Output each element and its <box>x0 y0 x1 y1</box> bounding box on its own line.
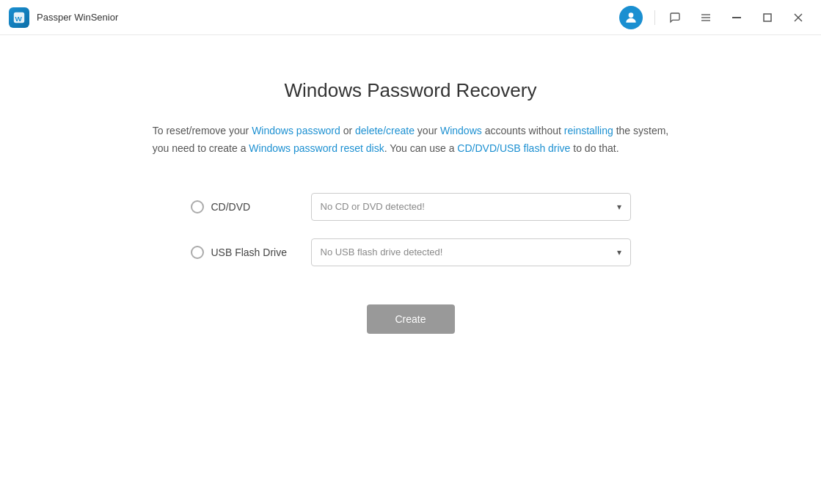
app-title: Passper WinSenior <box>37 12 118 23</box>
usb-option-row: USB Flash Drive No USB flash drive detec… <box>191 238 631 266</box>
usb-dropdown-text: No USB flash drive detected! <box>321 246 443 258</box>
title-bar-controls <box>619 6 812 29</box>
title-bar: W Passper WinSenior <box>0 0 821 35</box>
desc-mid-1: or <box>340 125 355 136</box>
usb-dropdown[interactable]: No USB flash drive detected! ▾ <box>311 238 631 266</box>
app-icon: W <box>9 7 29 28</box>
chat-button[interactable] <box>661 6 689 29</box>
cddvd-label-group: CD/DVD <box>191 200 293 213</box>
page-title: Windows Password Recovery <box>285 79 537 102</box>
desc-highlight-1: Windows password <box>252 125 340 136</box>
usb-radio[interactable] <box>191 246 204 259</box>
desc-mid-2: your <box>415 125 440 136</box>
menu-button[interactable] <box>692 6 720 29</box>
desc-highlight-5: Windows password reset disk <box>249 142 384 154</box>
main-content: Windows Password Recovery To reset/remov… <box>0 35 821 504</box>
cddvd-option-row: CD/DVD No CD or DVD detected! ▾ <box>191 193 631 221</box>
options-section: CD/DVD No CD or DVD detected! ▾ USB Flas… <box>191 193 631 266</box>
svg-point-2 <box>629 12 634 18</box>
usb-dropdown-arrow: ▾ <box>617 247 621 258</box>
usb-label-group: USB Flash Drive <box>191 246 293 259</box>
cddvd-dropdown-arrow: ▾ <box>617 202 621 212</box>
desc-mid-3: accounts without <box>482 125 564 136</box>
desc-prefix-1: To reset/remove your <box>153 125 252 136</box>
svg-text:W: W <box>15 14 23 22</box>
cddvd-label: CD/DVD <box>211 201 251 213</box>
desc-highlight-2: delete/create <box>355 125 415 136</box>
svg-rect-6 <box>732 17 741 18</box>
separator-1 <box>654 10 655 25</box>
description-text: To reset/remove your Windows password or… <box>153 123 668 158</box>
usb-label: USB Flash Drive <box>211 246 287 258</box>
cddvd-dropdown[interactable]: No CD or DVD detected! ▾ <box>311 193 631 221</box>
close-button[interactable] <box>784 6 812 29</box>
desc-highlight-3: Windows <box>440 125 482 136</box>
desc-suffix-2: to do that. <box>570 142 619 154</box>
desc-mid-4: . You can use a <box>384 142 458 154</box>
desc-prefix-2: you need to create a <box>153 142 249 154</box>
cddvd-dropdown-text: No CD or DVD detected! <box>321 201 425 212</box>
title-bar-left: W Passper WinSenior <box>9 7 118 28</box>
desc-highlight-4: reinstalling <box>564 125 613 136</box>
maximize-button[interactable] <box>754 6 781 29</box>
desc-highlight-6: CD/DVD/USB flash drive <box>457 142 570 154</box>
svg-rect-7 <box>764 14 771 21</box>
avatar-button[interactable] <box>619 6 643 29</box>
create-button[interactable]: Create <box>367 304 455 334</box>
minimize-button[interactable] <box>723 6 751 29</box>
cddvd-radio[interactable] <box>191 200 204 213</box>
desc-suffix-1: the system, <box>613 125 668 136</box>
